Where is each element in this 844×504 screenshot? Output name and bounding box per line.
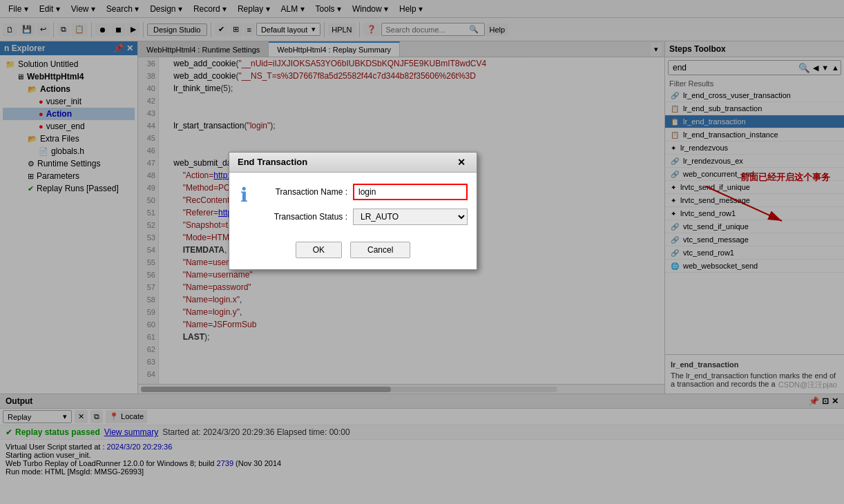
transaction-name-input[interactable] [353,184,468,200]
transaction-status-row: Transaction Status : LR_AUTO LR_PASS LR_… [256,209,468,225]
dialog-title-bar: End Transaction ✕ [229,153,477,173]
dialog-buttons: OK Cancel [240,242,466,258]
end-transaction-dialog: End Transaction ✕ ℹ Transaction Name : T… [229,152,477,270]
dialog-title-text: End Transaction [238,157,307,167]
dialog-overlay: End Transaction ✕ ℹ Transaction Name : T… [0,0,844,504]
transaction-name-row: Transaction Name : [256,184,468,200]
dialog-info-icon: ℹ [240,184,248,206]
dialog-cancel-btn[interactable]: Cancel [350,242,410,258]
transaction-status-label: Transaction Status : [256,212,353,222]
dialog-ok-btn[interactable]: OK [296,242,342,258]
dialog-body: ℹ Transaction Name : Transaction Status … [229,173,477,269]
transaction-status-select[interactable]: LR_AUTO LR_PASS LR_FAIL [353,209,468,225]
transaction-name-label: Transaction Name : [256,187,353,197]
dialog-close-btn[interactable]: ✕ [454,157,468,168]
